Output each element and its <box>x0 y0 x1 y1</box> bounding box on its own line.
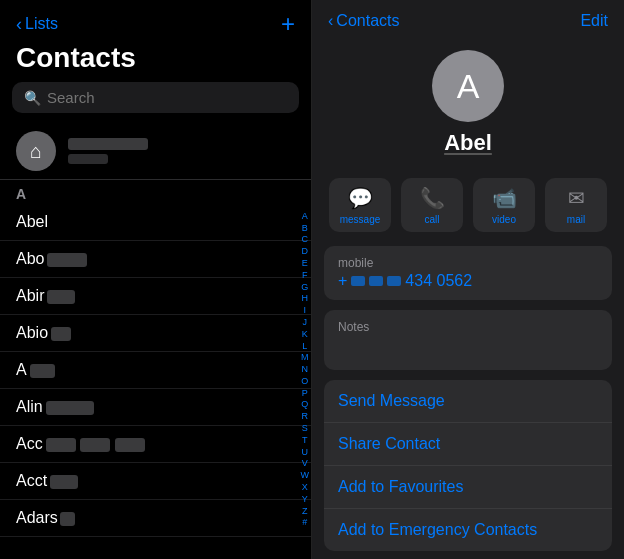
alpha-d[interactable]: D <box>302 246 309 257</box>
search-input[interactable] <box>47 89 287 106</box>
alpha-b[interactable]: B <box>302 223 308 234</box>
alpha-u[interactable]: U <box>302 447 309 458</box>
list-item[interactable]: Adars <box>0 500 311 537</box>
alpha-z[interactable]: Z <box>302 506 308 517</box>
alpha-s[interactable]: S <box>302 423 308 434</box>
mail-button[interactable]: ✉ mail <box>545 178 607 232</box>
add-favourites-button[interactable]: Add to Favourites <box>324 466 612 509</box>
mail-icon: ✉ <box>568 186 585 210</box>
call-icon: 📞 <box>420 186 445 210</box>
back-label: Lists <box>25 15 58 33</box>
alpha-c[interactable]: C <box>302 234 309 245</box>
alpha-w[interactable]: W <box>301 470 310 481</box>
edit-button[interactable]: Edit <box>580 12 608 30</box>
alpha-v[interactable]: V <box>302 458 308 469</box>
contact-name: A <box>16 361 55 379</box>
my-card-name-blur <box>68 138 148 150</box>
phone-label: mobile <box>338 256 598 270</box>
phone-number: 434 0562 <box>405 272 472 290</box>
add-emergency-button[interactable]: Add to Emergency Contacts <box>324 509 612 551</box>
list-item[interactable]: Abir <box>0 278 311 315</box>
my-card-sub-blur <box>68 154 108 164</box>
alpha-q[interactable]: Q <box>301 399 308 410</box>
alpha-r[interactable]: R <box>302 411 309 422</box>
video-icon: 📹 <box>492 186 517 210</box>
home-icon: ⌂ <box>30 140 42 163</box>
alpha-h[interactable]: H <box>302 293 309 304</box>
alpha-t[interactable]: T <box>302 435 308 446</box>
phone-blur-1 <box>351 276 365 286</box>
alpha-index: A B C D E F G H I J K L M N O P Q R S T … <box>301 180 310 559</box>
contact-initial: A <box>457 67 480 106</box>
alpha-g[interactable]: G <box>301 282 308 293</box>
alpha-a[interactable]: A <box>302 211 308 222</box>
phone-blur-2 <box>369 276 383 286</box>
contact-name: Abir <box>16 287 75 305</box>
contact-name: Abo <box>16 250 87 268</box>
chevron-left-icon: ‹ <box>328 12 333 30</box>
alpha-p[interactable]: P <box>302 388 308 399</box>
notes-card: Notes <box>324 310 612 370</box>
left-panel: ‹ Lists + Contacts 🔍 ⌂ A Abel Abo Abir A… <box>0 0 312 559</box>
message-button[interactable]: 💬 message <box>329 178 391 232</box>
contact-avatar: A <box>432 50 504 122</box>
alpha-f[interactable]: F <box>302 270 308 281</box>
page-title: Contacts <box>0 40 311 82</box>
list-item[interactable]: A <box>0 352 311 389</box>
alpha-e[interactable]: E <box>302 258 308 269</box>
back-to-contacts[interactable]: ‹ Contacts <box>328 12 399 30</box>
my-card[interactable]: ⌂ <box>0 123 311 180</box>
alpha-o[interactable]: O <box>301 376 308 387</box>
contact-name: Alin <box>16 398 94 416</box>
action-row: 💬 message 📞 call 📹 video ✉ mail <box>312 168 624 246</box>
alpha-i[interactable]: I <box>303 305 306 316</box>
right-nav: ‹ Contacts Edit <box>312 0 624 34</box>
alpha-y[interactable]: Y <box>302 494 308 505</box>
alpha-l[interactable]: L <box>302 341 307 352</box>
mail-label: mail <box>567 214 585 225</box>
back-to-lists[interactable]: ‹ Lists <box>16 15 58 33</box>
alpha-m[interactable]: M <box>301 352 309 363</box>
notes-label: Notes <box>338 320 598 334</box>
left-nav: ‹ Lists + <box>0 0 311 40</box>
video-label: video <box>492 214 516 225</box>
search-icon: 🔍 <box>24 90 41 106</box>
list-item[interactable]: Acc <box>0 426 311 463</box>
add-contact-button[interactable]: + <box>281 12 295 36</box>
list-item[interactable]: Abio <box>0 315 311 352</box>
right-panel: ‹ Contacts Edit A Abel 💬 message 📞 call … <box>312 0 624 559</box>
call-button[interactable]: 📞 call <box>401 178 463 232</box>
contact-name: Acc <box>16 435 145 453</box>
list-item[interactable]: Alin <box>0 389 311 426</box>
alpha-j[interactable]: J <box>303 317 308 328</box>
share-contact-button[interactable]: Share Contact <box>324 423 612 466</box>
my-card-info <box>68 138 148 164</box>
phone-blur-3 <box>387 276 401 286</box>
alpha-k[interactable]: K <box>302 329 308 340</box>
phone-prefix: + <box>338 272 347 290</box>
phone-row: mobile + 434 0562 <box>324 246 612 300</box>
list-item[interactable]: Acct <box>0 463 311 500</box>
contact-name: Abel <box>16 213 48 231</box>
search-bar[interactable]: 🔍 <box>12 82 299 113</box>
contact-name: Acct <box>16 472 78 490</box>
back-label: Contacts <box>336 12 399 30</box>
contacts-list: A Abel Abo Abir Abio A Alin Acc Acct Ada… <box>0 180 311 559</box>
list-item[interactable]: Abo <box>0 241 311 278</box>
chevron-left-icon: ‹ <box>16 15 22 33</box>
call-label: call <box>424 214 439 225</box>
list-item[interactable]: Abel <box>0 204 311 241</box>
phone-value[interactable]: + 434 0562 <box>338 272 598 290</box>
alpha-n[interactable]: N <box>302 364 309 375</box>
contact-full-name: Abel <box>444 130 492 156</box>
action-list: Send Message Share Contact Add to Favour… <box>324 380 612 551</box>
contact-name: Abio <box>16 324 71 342</box>
contact-header: A Abel <box>312 34 624 168</box>
alpha-x[interactable]: X <box>302 482 308 493</box>
message-icon: 💬 <box>348 186 373 210</box>
contact-name: Adars <box>16 509 75 527</box>
send-message-button[interactable]: Send Message <box>324 380 612 423</box>
alpha-hash[interactable]: # <box>302 517 307 528</box>
video-button[interactable]: 📹 video <box>473 178 535 232</box>
message-label: message <box>340 214 381 225</box>
